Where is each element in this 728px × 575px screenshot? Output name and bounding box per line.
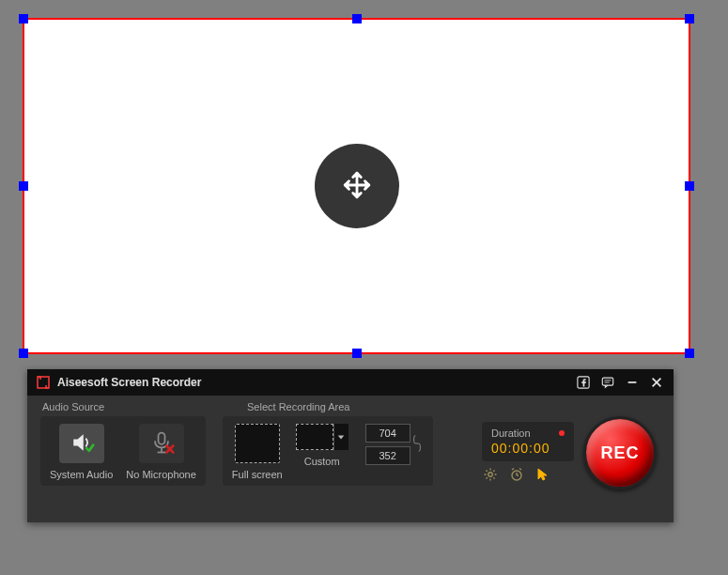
record-button[interactable]: REC (583, 416, 657, 490)
cursor-icon (535, 467, 550, 485)
svg-point-17 (488, 472, 492, 475)
title-bar: Aiseesoft Screen Recorder (27, 369, 674, 396)
record-label: REC (600, 443, 639, 463)
chevron-down-icon (337, 431, 345, 443)
duration-box: Duration 00:00:00 (482, 422, 574, 461)
recording-area-group: Full screen Custom 704 352 (223, 416, 433, 486)
width-input[interactable]: 704 (365, 424, 410, 443)
close-button[interactable] (645, 373, 668, 392)
resize-handle-top-middle[interactable] (352, 14, 362, 23)
resize-handle-top-right[interactable] (685, 14, 694, 23)
feedback-button[interactable] (596, 373, 619, 392)
resize-handle-middle-right[interactable] (685, 181, 694, 191)
svg-rect-10 (158, 433, 164, 444)
area-label: Select Recording Area (247, 401, 349, 412)
app-title: Aiseesoft Screen Recorder (57, 376, 201, 389)
microphone-off-icon (148, 429, 175, 458)
microphone-button[interactable] (139, 424, 184, 463)
svg-rect-4 (602, 378, 612, 385)
full-screen-button[interactable] (235, 424, 280, 463)
settings-button[interactable] (482, 467, 499, 484)
height-input[interactable]: 352 (365, 446, 410, 465)
cursor-button[interactable] (534, 467, 551, 484)
speaker-icon (69, 429, 95, 458)
schedule-button[interactable] (508, 467, 525, 484)
system-audio-label: System Audio (50, 469, 113, 480)
move-selection-button[interactable] (315, 144, 399, 228)
resize-handle-top-left[interactable] (19, 14, 28, 23)
recording-indicator-icon (559, 430, 565, 436)
system-audio-button[interactable] (59, 424, 104, 463)
custom-area-dropdown[interactable] (333, 424, 349, 450)
duration-label: Duration (491, 427, 531, 439)
audio-source-label: Audio Source (42, 401, 247, 412)
link-icon (412, 434, 422, 456)
resize-handle-bottom-middle[interactable] (352, 349, 362, 358)
full-screen-label: Full screen (232, 469, 283, 480)
facebook-button[interactable] (572, 373, 595, 392)
custom-label: Custom (304, 456, 340, 467)
resize-handle-bottom-left[interactable] (19, 349, 28, 358)
minimize-button[interactable] (621, 373, 643, 392)
duration-time: 00:00:00 (491, 441, 550, 456)
resize-handle-middle-left[interactable] (19, 181, 28, 191)
svg-line-21 (512, 468, 514, 470)
svg-line-22 (519, 468, 521, 470)
audio-source-group: System Audio No Microphone (40, 416, 206, 486)
resize-handle-bottom-right[interactable] (685, 349, 694, 358)
recording-selection-area[interactable] (23, 18, 690, 354)
custom-area-button[interactable] (296, 424, 333, 450)
app-icon (35, 374, 52, 391)
alarm-clock-icon (509, 467, 524, 485)
svg-rect-2 (38, 377, 49, 388)
gear-icon (483, 467, 498, 485)
move-icon (341, 169, 373, 204)
aspect-lock-button[interactable] (410, 424, 424, 465)
microphone-label: No Microphone (126, 469, 196, 480)
svg-marker-23 (538, 469, 547, 480)
recorder-panel: Aiseesoft Screen Recorder Audio Source S… (27, 369, 674, 522)
svg-marker-15 (338, 435, 344, 439)
